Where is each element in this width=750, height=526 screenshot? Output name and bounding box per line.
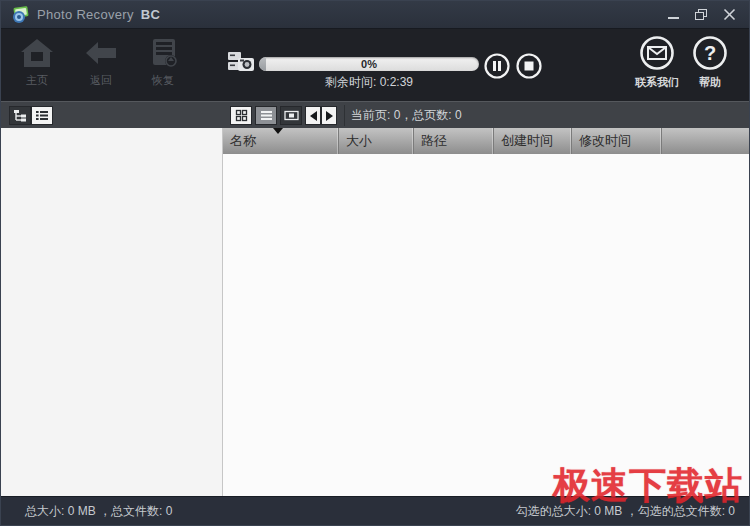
stop-icon	[516, 53, 542, 79]
thumbnail-view-icon	[235, 109, 248, 122]
remaining-time: 剩余时间: 0:2:39	[259, 74, 479, 91]
mail-icon	[639, 35, 675, 71]
folder-tree-panel[interactable]	[1, 128, 223, 496]
svg-text:?: ?	[704, 42, 716, 64]
column-header-filler	[662, 128, 749, 154]
close-icon	[723, 8, 736, 21]
list-panel-icon	[35, 109, 49, 122]
window-title: Photo Recovery	[37, 7, 134, 22]
status-total: 总大小: 0 MB ，总文件数: 0	[25, 503, 172, 520]
prev-page-button[interactable]	[305, 106, 321, 125]
tree-view-toggle[interactable]	[9, 106, 31, 125]
home-button[interactable]: 主页	[5, 37, 69, 88]
status-selected: 勾选的总大小: 0 MB ，勾选的总文件数: 0	[516, 503, 735, 520]
home-label: 主页	[26, 73, 48, 88]
back-label: 返回	[90, 73, 112, 88]
back-icon	[83, 37, 119, 69]
list-view-button[interactable]	[255, 106, 277, 125]
pause-icon	[484, 53, 510, 79]
table-header: 名称 大小 路径 创建时间 修改时间	[223, 128, 749, 154]
view-mode-group	[230, 106, 302, 125]
back-button[interactable]: 返回	[69, 37, 133, 88]
recover-button[interactable]: 恢复	[131, 37, 195, 88]
thumbnail-view-button[interactable]	[230, 106, 252, 125]
home-icon	[19, 37, 55, 69]
file-list-panel: 名称 大小 路径 创建时间 修改时间	[223, 128, 749, 496]
main-content: 名称 大小 路径 创建时间 修改时间	[1, 128, 749, 496]
progress-percent: 0%	[259, 57, 479, 71]
preview-view-icon	[284, 109, 299, 122]
restore-icon	[695, 9, 707, 20]
next-page-button[interactable]	[321, 106, 337, 125]
titlebar: Photo Recovery BC	[1, 1, 749, 29]
list-view-icon	[260, 109, 273, 122]
file-list-body[interactable]	[223, 154, 749, 496]
window-title-suffix: BC	[141, 7, 161, 22]
close-button[interactable]	[721, 7, 737, 23]
statusbar: 总大小: 0 MB ，总文件数: 0 勾选的总大小: 0 MB ，勾选的总文件数…	[1, 496, 749, 525]
column-header-size[interactable]: 大小	[339, 128, 414, 154]
viewbar-separator	[344, 105, 345, 126]
stop-button[interactable]	[516, 53, 542, 79]
photo-recovery-window: Photo Recovery BC 主页	[0, 0, 750, 526]
help-button[interactable]: ? 帮助	[682, 35, 738, 90]
prev-page-icon	[310, 111, 317, 121]
column-header-modified[interactable]: 修改时间	[572, 128, 662, 154]
window-controls	[665, 7, 741, 23]
minimize-button[interactable]	[665, 7, 681, 23]
minimize-icon	[668, 17, 679, 19]
pager-group	[305, 106, 337, 125]
viewbar: 当前页: 0，总页数: 0	[1, 101, 749, 128]
column-header-created[interactable]: 创建时间	[494, 128, 572, 154]
tree-view-icon	[13, 109, 27, 122]
recover-label: 恢复	[152, 73, 174, 88]
scan-device-icon	[227, 49, 255, 75]
app-logo-icon	[11, 6, 29, 24]
toolbar: 主页 返回 恢复	[1, 29, 749, 101]
restore-button[interactable]	[693, 7, 709, 23]
sort-arrow-icon	[273, 128, 283, 134]
pause-button[interactable]	[484, 53, 510, 79]
help-label: 帮助	[699, 75, 721, 90]
next-page-icon	[326, 111, 333, 121]
help-icon: ?	[692, 35, 728, 71]
panel-toggle-group	[9, 106, 53, 125]
preview-view-button[interactable]	[280, 106, 302, 125]
page-status: 当前页: 0，总页数: 0	[351, 102, 462, 129]
contact-label: 联系我们	[635, 75, 679, 90]
list-panel-toggle[interactable]	[31, 106, 53, 125]
recover-icon	[145, 37, 181, 69]
column-header-path[interactable]: 路径	[414, 128, 494, 154]
